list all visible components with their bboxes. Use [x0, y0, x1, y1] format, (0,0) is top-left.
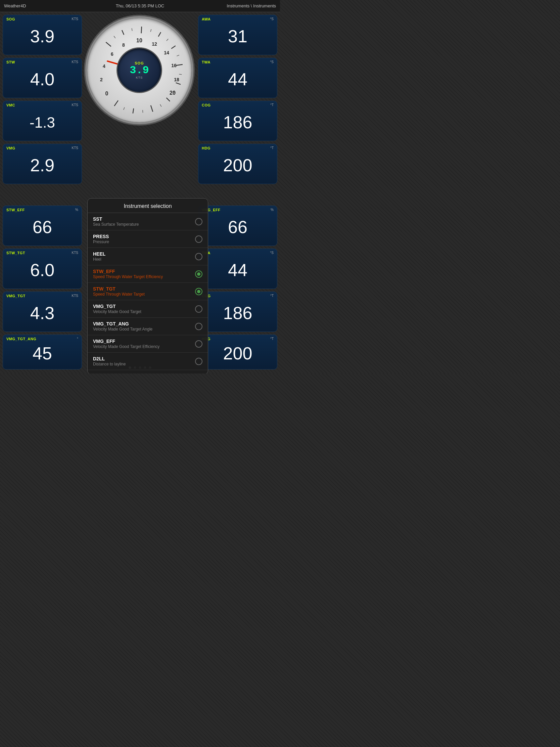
svg-text:16: 16 — [171, 63, 177, 68]
card-cog-b-unit: °T — [270, 294, 274, 298]
card-awa[interactable]: AWA °S 31 — [198, 15, 277, 55]
card-vmg-eff-value: 66 — [202, 212, 274, 243]
radio-button[interactable] — [195, 358, 203, 365]
card-awa-label: AWA — [202, 17, 211, 21]
svg-text:12: 12 — [152, 41, 157, 47]
modal-item-name: STW_TGT — [93, 286, 145, 291]
card-vmg-value: 2.9 — [6, 150, 78, 181]
modal-item-text: HEEL Heel — [93, 251, 105, 262]
card-vmg[interactable]: VMG KTS 2.9 — [3, 144, 82, 184]
svg-line-16 — [177, 55, 179, 56]
modal-item-desc: Speed Through Water Target Efficiency — [93, 275, 163, 279]
datetime: Thu, 06/13 5:35 PM LOC — [116, 3, 164, 8]
modal-item[interactable]: VMG_TGT_ANG Velocity Made Good Target An… — [88, 318, 208, 335]
card-vmc-label: VMC — [6, 103, 15, 107]
card-stw-tgt-unit: KTS — [72, 251, 78, 255]
card-twa-label: TWA — [202, 60, 211, 64]
modal-list: SST Sea Surface Temperature PRESS Pressu… — [88, 213, 208, 374]
card-sog[interactable]: SOG KTS 3.9 — [3, 15, 82, 55]
card-stw-eff-unit: % — [75, 208, 78, 212]
card-sog-unit: KTS — [72, 17, 78, 21]
app-title: Weather4D — [4, 3, 26, 8]
svg-line-17 — [166, 39, 168, 41]
card-vmg-tgt-label: VMG_TGT — [6, 294, 26, 298]
card-hdg[interactable]: HDG °T 200 — [198, 144, 277, 184]
card-twa[interactable]: TWA °S 44 — [198, 58, 277, 98]
svg-line-12 — [143, 110, 143, 113]
card-hdg-b-value: 200 — [202, 341, 274, 366]
svg-line-15 — [179, 74, 182, 75]
modal-item[interactable]: PRESS Pressure — [88, 230, 208, 248]
svg-text:18: 18 — [174, 77, 179, 82]
card-cog-b[interactable]: COG °T 186 — [198, 291, 277, 332]
radio-button[interactable] — [195, 271, 203, 278]
svg-text:0: 0 — [105, 91, 108, 96]
radio-button[interactable] — [195, 323, 203, 330]
card-vmg-eff[interactable]: VMG_EFF % 66 — [198, 206, 277, 246]
modal-item[interactable]: STW_TGT Speed Through Water Target — [88, 283, 208, 300]
modal-item-name: HEEL — [93, 251, 105, 257]
modal-item[interactable]: VMG_TGT Velocity Made Good Target — [88, 300, 208, 318]
card-stw-label: STW — [6, 60, 15, 64]
modal-item[interactable]: HEEL Heel — [88, 248, 208, 265]
svg-line-6 — [171, 46, 175, 48]
card-vmc-unit: KTS — [72, 103, 78, 107]
card-hdg-unit: °T — [270, 146, 274, 150]
card-stw-tgt-label: STW_TGT — [6, 251, 25, 255]
card-hdg-label: HDG — [202, 146, 211, 150]
card-stw-eff-value: 66 — [6, 212, 78, 243]
card-stw[interactable]: STW KTS 4.0 — [3, 58, 82, 98]
svg-text:8: 8 — [122, 42, 125, 48]
modal-item[interactable]: STW_EFF Speed Through Water Target Effic… — [88, 265, 208, 283]
svg-text:20: 20 — [169, 90, 176, 96]
card-twa-b[interactable]: TWA °S 44 — [198, 249, 277, 289]
modal-item-name: D2LL — [93, 356, 126, 361]
svg-line-10 — [106, 42, 111, 46]
modal-item[interactable]: VMG_EFF Velocity Made Good Target Effici… — [88, 335, 208, 353]
card-stw-tgt[interactable]: STW_TGT KTS 6.0 — [3, 249, 82, 289]
modal-item-name: PRESS — [93, 234, 109, 239]
svg-text:2: 2 — [100, 77, 103, 82]
card-vmg-unit: KTS — [72, 146, 78, 150]
svg-line-5 — [176, 65, 183, 66]
card-vmg-tgt[interactable]: VMG_TGT KTS 4.3 — [3, 291, 82, 332]
radio-button[interactable] — [195, 253, 203, 260]
speedo-unit: KTS — [136, 76, 143, 79]
modal-item[interactable]: D2LL Distance to layline — [88, 353, 208, 370]
card-twa-unit: °S — [270, 60, 274, 64]
svg-line-7 — [158, 32, 161, 36]
radio-button[interactable] — [195, 218, 203, 225]
svg-text:10: 10 — [136, 37, 142, 43]
modal-item-text: STW_EFF Speed Through Water Target Effic… — [93, 269, 163, 279]
card-sog-value: 3.9 — [6, 21, 78, 52]
modal-item-desc: Speed Through Water Target — [93, 292, 145, 297]
svg-line-8 — [141, 27, 142, 33]
card-twa-b-unit: °S — [270, 251, 274, 255]
card-vmc[interactable]: VMC KTS -1.3 — [3, 101, 82, 141]
card-vmg-tgt-ang-label: VMG_TGT_ANG — [6, 337, 36, 341]
svg-text:6: 6 — [111, 51, 113, 57]
modal-item-name: VMG_TGT — [93, 304, 141, 309]
card-stw-unit: KTS — [72, 60, 78, 64]
svg-line-0 — [114, 100, 118, 106]
modal-item[interactable]: T2LL Time to layline — [88, 370, 208, 374]
card-cog[interactable]: COG °T 186 — [198, 101, 277, 141]
card-awa-value: 31 — [202, 21, 274, 52]
radio-button[interactable] — [195, 305, 203, 313]
card-hdg-b[interactable]: HDG °T 200 — [198, 335, 277, 369]
modal-item-text: VMG_EFF Velocity Made Good Target Effici… — [93, 339, 159, 349]
modal-item-name: STW_EFF — [93, 269, 163, 274]
modal-item[interactable]: SST Sea Surface Temperature — [88, 213, 208, 230]
card-cog-label: COG — [202, 103, 211, 107]
radio-button[interactable] — [195, 235, 203, 243]
card-vmg-tgt-ang-unit: ° — [77, 337, 78, 341]
card-stw-eff[interactable]: STW_EFF % 66 — [3, 206, 82, 246]
radio-button[interactable] — [195, 340, 203, 347]
card-vmg-tgt-ang[interactable]: VMG_TGT_ANG ° 45 — [3, 335, 82, 369]
modal-item-text: VMG_TGT Velocity Made Good Target — [93, 304, 141, 314]
speedometer: 0 2 4 6 8 10 12 14 16 18 20 — [84, 15, 195, 203]
card-cog-unit: °T — [270, 103, 274, 107]
svg-line-4 — [176, 83, 181, 84]
card-cog-b-value: 186 — [202, 298, 274, 329]
radio-button[interactable] — [195, 288, 203, 295]
